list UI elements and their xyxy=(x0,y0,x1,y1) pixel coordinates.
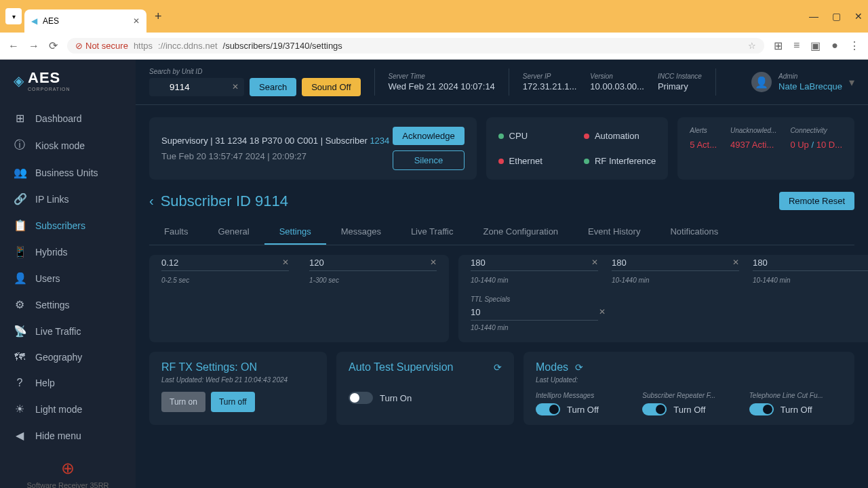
sidebar-item-business[interactable]: 👥Business Units xyxy=(0,159,136,186)
clear-icon[interactable]: ✕ xyxy=(430,258,437,267)
clear-icon[interactable]: ✕ xyxy=(232,82,239,92)
url-bar[interactable]: ⊘ Not secure https://incc.ddns.net/subsc… xyxy=(67,38,764,54)
star-icon[interactable]: ☆ xyxy=(748,41,756,51)
sidebar-item-livetraffic[interactable]: 📡Live Traffic xyxy=(0,318,136,344)
tab-title: AES xyxy=(43,16,59,26)
status-card: CPU Automation Ethernet RF Interference xyxy=(486,117,669,180)
tab-notifications[interactable]: Notifications xyxy=(655,220,733,245)
sound-off-button[interactable]: Sound Off xyxy=(302,78,360,96)
minimize-icon[interactable]: — xyxy=(809,11,818,22)
conn-value[interactable]: 0 Up / 10 D... xyxy=(790,140,842,150)
tab-general[interactable]: General xyxy=(203,220,264,245)
telephone-toggle[interactable] xyxy=(749,403,774,415)
supervisory-card: Supervisory | 31 1234 18 P370 00 C001 | … xyxy=(149,117,477,180)
turn-on-button[interactable]: Turn on xyxy=(161,392,205,412)
help-icon: ? xyxy=(14,377,26,389)
signal-icon: 📡 xyxy=(14,325,26,338)
back-arrow-icon[interactable]: ‹ xyxy=(149,193,154,209)
chevron-down-icon: ▾ xyxy=(849,76,854,89)
cpu-status: CPU xyxy=(498,127,570,145)
device-icon: 📱 xyxy=(14,245,26,258)
tab-dropdown[interactable]: ▾ xyxy=(5,8,22,24)
browser-tab[interactable]: ◀ AES ✕ xyxy=(24,9,146,33)
sidebar-item-geography[interactable]: 🗺Geography xyxy=(0,344,136,370)
tab-eventhistory[interactable]: Event History xyxy=(573,220,655,245)
sidebar-item-subscribers[interactable]: 📋Subscribers xyxy=(0,212,136,239)
tab-favicon: ◀ xyxy=(31,16,37,26)
logo-icon: ◈ xyxy=(14,73,24,89)
unack-value[interactable]: 4937 Acti... xyxy=(730,140,776,150)
tab-messages[interactable]: Messages xyxy=(326,220,396,245)
tab-zoneconfig[interactable]: Zone Configuration xyxy=(469,220,574,245)
clear-icon[interactable]: ✕ xyxy=(732,258,739,267)
autotest-toggle[interactable] xyxy=(349,392,373,404)
clear-icon[interactable]: ✕ xyxy=(599,307,606,317)
input-4[interactable] xyxy=(612,255,739,271)
security-badge: ⊘ Not secure xyxy=(75,41,128,51)
clear-icon[interactable]: ✕ xyxy=(282,258,289,267)
intellipro-toggle[interactable] xyxy=(536,403,560,415)
tab-livetraffic[interactable]: Live Traffic xyxy=(396,220,469,245)
repeater-toggle[interactable] xyxy=(642,403,667,415)
user-menu[interactable]: 👤 AdminNate LaBrecque ▾ xyxy=(751,72,854,92)
modes-title: Modes⟳ xyxy=(536,361,842,373)
info-icon: ⓘ xyxy=(14,138,26,152)
ttl-input[interactable] xyxy=(471,304,598,321)
input-3[interactable] xyxy=(471,255,598,271)
rftx-card: RF TX Settings: ON Last Updated: Wed Feb… xyxy=(149,352,327,425)
acknowledge-button[interactable]: Acknowledge xyxy=(393,127,464,145)
sidebar-item-dashboard[interactable]: ⊞Dashboard xyxy=(0,105,136,131)
remote-reset-button[interactable]: Remote Reset xyxy=(779,192,854,210)
collapse-icon: ◀ xyxy=(14,429,26,442)
sidebar-item-kiosk[interactable]: ⓘKiosk mode xyxy=(0,131,136,159)
supervisory-text: Supervisory | 31 1234 18 P370 00 C001 | … xyxy=(161,136,389,146)
footer-icon: ⊕ xyxy=(0,459,136,478)
sidebar-item-settings[interactable]: ⚙Settings xyxy=(0,291,136,318)
sidebar-item-help[interactable]: ?Help xyxy=(0,370,136,396)
search-input[interactable] xyxy=(149,78,244,96)
refresh-icon[interactable]: ⟳ xyxy=(494,362,502,373)
link-icon: 🔗 xyxy=(14,192,26,205)
alerts-card: Alerts5 Act... Unacknowled...4937 Acti..… xyxy=(677,117,854,180)
autotest-card: Auto Test Supervision⟳ Turn On xyxy=(336,352,514,425)
sidebar-footer: ⊕ Software Receiver 35RR xyxy=(0,449,136,488)
url-protocol: https xyxy=(134,41,153,51)
tab-settings[interactable]: Settings xyxy=(264,220,326,245)
avatar-icon: 👤 xyxy=(751,72,772,92)
input-2[interactable] xyxy=(309,255,437,271)
server-time-label: Server Time xyxy=(389,73,495,80)
sidebar-item-hidemenu[interactable]: ◀Hide menu xyxy=(0,422,136,449)
refresh-icon[interactable]: ⟳ xyxy=(575,362,583,373)
map-icon: 🗺 xyxy=(14,351,26,363)
alerts-value[interactable]: 5 Act... xyxy=(690,140,717,150)
new-tab-button[interactable]: + xyxy=(155,9,162,24)
sidebar-item-lightmode[interactable]: ☀Light mode xyxy=(0,396,136,422)
extension-icon[interactable]: ⊞ xyxy=(774,39,783,52)
autotest-title: Auto Test Supervision⟳ xyxy=(349,361,502,373)
tab-faults[interactable]: Faults xyxy=(149,220,203,245)
maximize-icon[interactable]: ▢ xyxy=(832,11,841,22)
rf-status: RF Interference xyxy=(584,152,656,170)
modes-card: Modes⟳ Last Updated: Intellipro Messages… xyxy=(524,352,854,425)
menu-icon[interactable]: ⋮ xyxy=(849,39,860,52)
forward-icon[interactable]: → xyxy=(28,40,39,52)
search-button[interactable]: Search xyxy=(250,78,296,96)
tab-close-icon[interactable]: ✕ xyxy=(133,16,140,26)
turn-off-button[interactable]: Turn off xyxy=(211,392,255,412)
silence-button[interactable]: Silence xyxy=(393,150,464,170)
sidebar-item-iplinks[interactable]: 🔗IP Links xyxy=(0,186,136,212)
close-window-icon[interactable]: ✕ xyxy=(854,11,863,22)
input-1[interactable] xyxy=(161,255,289,271)
list-icon[interactable]: ≡ xyxy=(793,39,800,52)
clear-icon[interactable]: ✕ xyxy=(591,258,598,267)
ethernet-status: Ethernet xyxy=(498,152,570,170)
server-time-value: Wed Feb 21 2024 10:07:14 xyxy=(389,81,495,92)
clipboard-icon: 📋 xyxy=(14,219,26,232)
reload-icon[interactable]: ⟳ xyxy=(49,39,58,52)
sidebar-item-hybrids[interactable]: 📱Hybrids xyxy=(0,239,136,265)
input-5[interactable] xyxy=(753,255,868,271)
profile-icon[interactable]: ● xyxy=(831,39,838,52)
panel-icon[interactable]: ▣ xyxy=(810,39,821,52)
sidebar-item-users[interactable]: 👤Users xyxy=(0,265,136,291)
back-icon[interactable]: ← xyxy=(8,40,19,52)
